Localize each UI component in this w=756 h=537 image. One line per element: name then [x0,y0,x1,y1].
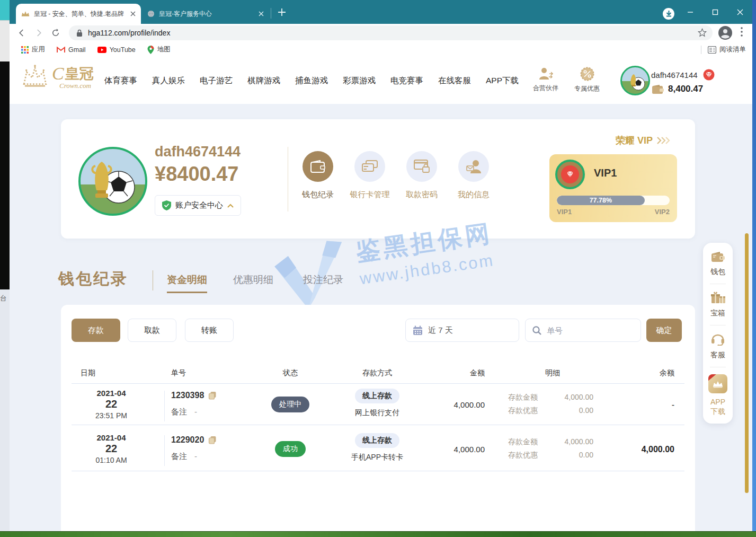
nav-item-live-casino[interactable]: 真人娱乐 [152,75,185,86]
filter-deposit-button[interactable]: 存款 [72,319,120,342]
filter-withdraw-button[interactable]: 取款 [128,319,176,342]
order-search-input[interactable] [546,325,627,336]
divider [701,46,701,54]
shield-icon [162,200,171,210]
tab-promo-detail[interactable]: 优惠明细 [233,273,273,287]
chevron-right-icon [657,137,671,144]
new-tab-button[interactable] [277,7,287,17]
nav-item-fishing[interactable]: 捕鱼游戏 [295,75,328,86]
partner-label: 合营伙伴 [533,84,558,93]
bookmark-label: 应用 [32,45,45,54]
menu-item-withdraw-password[interactable]: 取款密码 [396,151,447,200]
bookmark-apps[interactable]: 应用 [21,45,45,54]
sidebar-item-treasure[interactable]: 宝箱 [710,291,725,318]
nav-item-sports[interactable]: 体育赛事 [104,75,137,86]
browser-tab-inactive[interactable]: 皇冠-客户服务中心 [142,4,269,24]
bookmark-gmail[interactable]: Gmail [57,46,86,54]
menu-item-bank-cards[interactable]: 银行卡管理 [344,151,395,200]
copy-icon[interactable] [208,436,217,444]
wallet-records-icon [303,151,333,182]
sidebar-item-wallet[interactable]: 钱包 [710,251,725,277]
profile-avatar[interactable] [78,147,147,216]
sidebar-item-service[interactable]: 客服 [710,332,725,360]
promo-label: 专属优惠 [574,84,600,93]
method-detail: 网上银行支付 [345,408,409,418]
search-icon [532,326,541,335]
browser-menu-icon[interactable] [741,27,743,37]
header-avatar[interactable] [620,66,650,95]
cell-details: 存款金额4,000.00 存款优惠0.00 [479,437,593,464]
detail-label: 存款优惠 [479,406,538,416]
filter-transfer-button[interactable]: 转账 [185,319,234,342]
nav-item-app-download[interactable]: APP下载 [486,75,519,86]
tab-separator [271,8,271,19]
nav-item-slots[interactable]: 电子游艺 [200,75,233,86]
back-icon[interactable] [17,28,26,38]
maximize-button[interactable] [702,0,727,24]
method-badge: 线上存款 [355,433,399,448]
close-window-button[interactable] [727,0,752,24]
date-range-field[interactable]: 近 7 天 [405,319,519,342]
nav-item-board-games[interactable]: 棋牌游戏 [247,75,280,86]
main-nav: 体育赛事 真人娱乐 电子游艺 棋牌游戏 捕鱼游戏 彩票游戏 电竞赛事 在线客服 … [104,57,519,104]
address-bar[interactable]: hga112.com/profile/index [69,25,713,40]
background-window-text: 台 [0,294,7,302]
header-username[interactable]: dafh4674144 [651,69,715,81]
section-title: 钱包纪录 [58,268,128,290]
site-logo[interactable]: C皇冠 Crown.com [21,64,94,90]
bookmark-star-icon[interactable] [697,28,707,38]
reading-list-icon [708,46,716,54]
cell-amount: 4,000.00 [421,400,485,409]
vip-badge-icon [555,160,585,189]
browser-window: 皇冠 - 安全、简单、快捷.老品牌 皇冠-客户服务中心 [10,0,752,532]
bookmarks-bar: 应用 Gmail YouTube 地图 阅读清单 [10,42,752,58]
vip-from: VIP1 [557,208,572,216]
confirm-button[interactable]: 确定 [646,319,682,342]
honor-vip-link[interactable]: 荣耀 VIP [616,134,671,147]
crown-logo-icon [21,64,49,88]
page-scrollbar-thumb[interactable] [745,233,749,493]
divider [710,367,726,367]
method-detail: 手机APP卡转卡 [345,453,409,462]
forward-icon[interactable] [34,28,43,38]
nav-item-esports[interactable]: 电竞赛事 [390,75,423,86]
youtube-icon [97,47,106,53]
tab-title: 皇冠-客户服务中心 [159,10,254,19]
bookmark-youtube[interactable]: YouTube [97,46,136,54]
detail-value: 0.00 [538,451,593,460]
close-icon[interactable] [259,11,264,16]
vip-progress-text: 77.78% [590,197,612,204]
menu-label: 银行卡管理 [350,190,390,200]
menu-item-my-info[interactable]: 我的信息 [448,151,499,200]
tab-bet-records[interactable]: 投注纪录 [303,273,343,287]
browser-profile-avatar[interactable] [718,26,732,40]
tab-funds-detail[interactable]: 资金明细 [167,273,207,293]
app-label-line2: 下载 [710,407,725,416]
bookmark-maps[interactable]: 地图 [147,45,171,54]
promo-button[interactable]: 专属优惠 [568,67,606,93]
chevron-up-icon [227,204,234,208]
menu-item-wallet-records[interactable]: 钱包纪录 [292,151,343,200]
browser-tab-active[interactable]: 皇冠 - 安全、简单、快捷.老品牌 [16,4,141,24]
close-icon[interactable] [130,11,136,16]
reading-list-button[interactable]: 阅读清单 [701,42,746,57]
order-search-field[interactable] [525,319,641,342]
detail-label: 存款金额 [479,393,538,402]
card-lock-icon [406,151,437,182]
desktop-left-strip: 台 [0,0,10,537]
nav-item-lottery[interactable]: 彩票游戏 [343,75,376,86]
window-controls [678,0,752,24]
cell-method: 线上存款 手机APP卡转卡 [345,433,409,462]
nav-item-online-service[interactable]: 在线客服 [438,75,471,86]
security-center-button[interactable]: 账户安全中心 [155,195,241,216]
divider [72,425,684,425]
header-wallet[interactable]: 8,400.47 [652,84,703,94]
cell-details: 存款金额4,000.00 存款优惠0.00 [479,393,593,419]
reload-icon[interactable] [51,28,60,38]
download-status-icon[interactable] [663,8,674,20]
copy-icon[interactable] [208,391,217,400]
minimize-button[interactable] [678,0,702,24]
security-center-label: 账户安全中心 [175,200,223,210]
partner-button[interactable]: 合营伙伴 [527,67,564,93]
sidebar-item-app-download[interactable]: APP下载 [708,374,727,416]
